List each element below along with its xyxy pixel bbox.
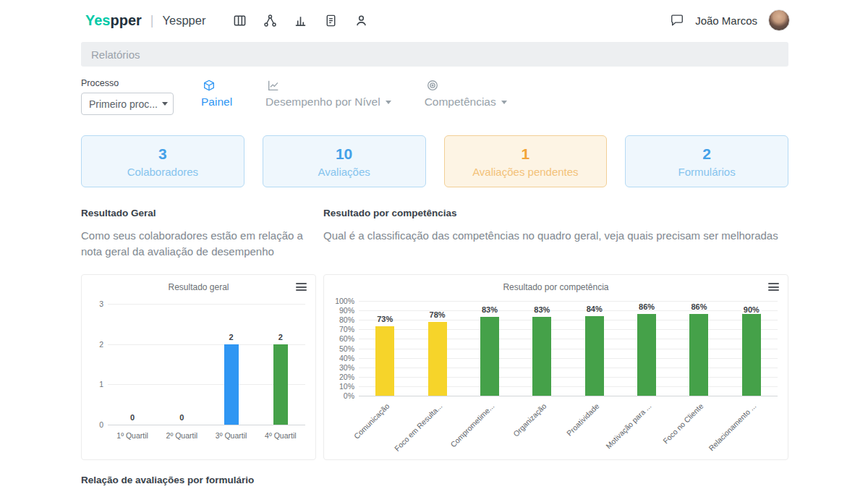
navbar-right: João Marcos — [670, 9, 790, 31]
bar — [224, 344, 239, 425]
section-description: Como seus colaboradores estão em relação… — [81, 228, 316, 261]
x-axis-line — [108, 425, 305, 425]
x-axis-category-label: Foco no Cliente — [643, 402, 705, 464]
bar-value-label: 86% — [683, 302, 715, 311]
stat-label: Formulários — [678, 166, 736, 178]
y-axis-tick: 100% — [327, 297, 354, 305]
process-select[interactable]: Primeiro proc... — [81, 93, 174, 115]
bar-value-label: 83% — [526, 305, 558, 314]
target-icon — [426, 79, 439, 92]
user-icon[interactable] — [354, 14, 368, 27]
gridline — [359, 386, 778, 387]
bar-chart-icon[interactable] — [294, 14, 307, 27]
tab-desempenho-por-nivel[interactable]: Desempenho por Nível — [265, 79, 391, 109]
x-axis-category-label: 3º Quartil — [207, 431, 256, 440]
x-axis-category-label: Comunicação — [328, 402, 391, 464]
x-axis-category-label: Motivação para ... — [590, 402, 652, 464]
tab-competencias[interactable]: Competências — [425, 79, 507, 109]
page: Yespper | Yespper João M — [0, 0, 868, 497]
y-axis-tick: 20% — [327, 373, 354, 381]
chart-menu-icon[interactable] — [296, 283, 307, 293]
chevron-down-icon — [501, 101, 507, 104]
x-axis-category-label: 1º Quartil — [108, 431, 157, 440]
gridline — [359, 358, 778, 359]
y-axis-tick: 60% — [327, 334, 354, 343]
bar-value-label: 78% — [422, 310, 454, 319]
workflow-icon[interactable] — [263, 14, 277, 27]
x-axis-category-label: Comprometime... — [433, 402, 495, 464]
logo-text-secondary: pper — [110, 12, 141, 29]
gridline — [108, 304, 305, 305]
columns-icon[interactable] — [233, 14, 247, 27]
gridline — [359, 320, 778, 320]
bar — [273, 344, 288, 425]
charts-row: Resultado Geral Como seus colaboradores … — [81, 208, 788, 460]
stat-label: Colaboradores — [127, 166, 198, 178]
process-select-value: Primeiro proc... — [89, 98, 158, 110]
bar-value-label: 86% — [631, 302, 663, 311]
stat-card-avaliacoes-pendentes: 1 Avaliações pendentes — [444, 135, 608, 187]
tab-label: Desempenho por Nível — [265, 95, 380, 109]
stat-card-formularios: 2 Formulários — [625, 135, 788, 187]
chart-title: Resultado por competência — [324, 282, 788, 292]
bar — [585, 316, 604, 396]
y-axis-tick: 50% — [327, 344, 354, 353]
tab-label: Painel — [201, 95, 232, 109]
plot-area: 012301º Quartil02º Quartil23º Quartil24º… — [108, 304, 305, 425]
app-logo[interactable]: Yespper | Yespper — [85, 12, 205, 29]
chat-bubble-icon[interactable] — [670, 13, 684, 27]
y-axis-tick: 90% — [327, 306, 354, 315]
bar — [375, 326, 394, 396]
x-axis-category-label: Foco em Resulta... — [381, 402, 443, 464]
x-axis-category-label: Organização — [486, 402, 548, 464]
bar — [742, 310, 761, 396]
y-axis-tick: 0% — [327, 391, 354, 400]
user-avatar[interactable] — [768, 9, 790, 31]
bar — [428, 322, 447, 396]
top-navbar: Yespper | Yespper João M — [0, 0, 868, 41]
cube-icon — [203, 79, 216, 92]
chevron-down-icon — [386, 101, 391, 104]
nav-icons — [233, 14, 368, 27]
section-title: Relação de avaliações por formulário — [81, 475, 788, 485]
document-icon[interactable] — [324, 14, 338, 27]
bar-value-label: 0 — [166, 413, 197, 422]
logo-divider: | — [150, 13, 154, 28]
chart-title: Resultado geral — [82, 282, 315, 292]
stat-card-colaboradores: 3 Colaboradores — [81, 135, 244, 187]
chart-menu-icon[interactable] — [768, 283, 779, 293]
bar-value-label: 84% — [579, 305, 610, 313]
gridline — [359, 377, 778, 378]
y-axis-tick: 2 — [76, 340, 103, 349]
user-name[interactable]: João Marcos — [695, 14, 757, 27]
chart-card-resultado-por-competencia: Resultado por competência 0%10%20%30%40%… — [323, 274, 788, 460]
x-axis-line — [359, 396, 778, 396]
stat-label: Avaliações pendentes — [472, 166, 579, 178]
gridline — [359, 301, 778, 302]
gridline — [359, 349, 778, 349]
gridline — [359, 339, 778, 339]
gridline — [359, 368, 778, 368]
process-filter: Processo Primeiro proc... — [81, 78, 174, 115]
section-resultado-geral: Resultado Geral Como seus colaboradores … — [81, 208, 316, 460]
y-axis-tick: 10% — [327, 382, 354, 391]
stat-card-avaliacoes: 10 Avaliações — [263, 135, 426, 187]
stat-value: 1 — [522, 145, 530, 163]
breadcrumb-label: Relatórios — [91, 48, 140, 61]
logo-text-primary: Yes — [85, 12, 110, 29]
filter-row: Processo Primeiro proc... Painel — [81, 78, 788, 115]
chevron-down-icon — [162, 102, 168, 106]
x-axis-category-label: Relacionamento ... — [695, 402, 757, 464]
stat-value: 3 — [158, 145, 167, 163]
view-tabs: Painel Desempenho por Nível Competências — [201, 79, 507, 109]
stat-label: Avaliações — [318, 166, 370, 178]
breadcrumb: Relatórios — [81, 42, 788, 67]
tab-painel[interactable]: Painel — [201, 79, 232, 109]
section-title: Resultado por competências — [323, 208, 788, 218]
section-description: Qual é a classificação das competências … — [323, 228, 788, 261]
app-name: Yespper — [163, 14, 206, 27]
y-axis-tick: 30% — [327, 363, 354, 372]
section-resultado-por-competencias: Resultado por competências Qual é a clas… — [323, 208, 788, 460]
tab-label: Competências — [425, 95, 496, 109]
y-axis-tick: 80% — [327, 315, 354, 324]
